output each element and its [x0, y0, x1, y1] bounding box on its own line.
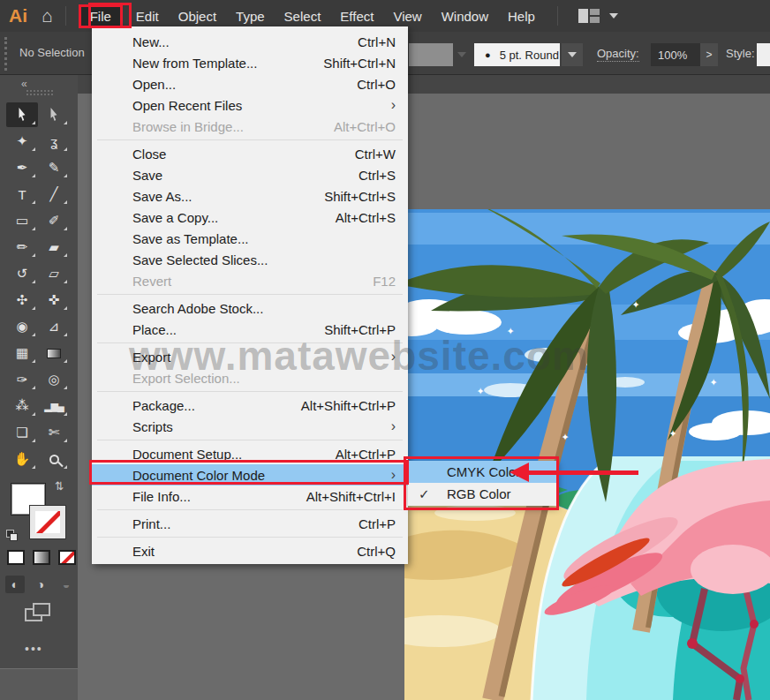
- menu-item-shortcut: Alt+Ctrl+O: [334, 119, 396, 134]
- shaper-tool[interactable]: ✏: [6, 235, 38, 260]
- menubar-item-effect[interactable]: Effect: [332, 5, 381, 27]
- more-options-icon[interactable]: •••: [25, 642, 43, 656]
- menubar-item-type[interactable]: Type: [228, 5, 273, 27]
- brush-dropdown-button[interactable]: [562, 43, 583, 66]
- collapse-panel-icon[interactable]: «: [21, 78, 27, 90]
- swap-fill-stroke-icon[interactable]: ⇄: [53, 481, 66, 491]
- lasso-tool[interactable]: ʓ: [38, 129, 70, 154]
- none-button[interactable]: [58, 550, 76, 565]
- rectangle-tool[interactable]: ▭: [6, 208, 38, 233]
- chevron-down-icon[interactable]: [609, 13, 618, 19]
- menu-item-save-as[interactable]: Save As...Shift+Ctrl+S: [92, 185, 408, 207]
- menu-item-print[interactable]: Print...Ctrl+P: [92, 513, 408, 534]
- menu-item-open-recent-files[interactable]: Open Recent Files›: [92, 94, 408, 116]
- curvature-tool[interactable]: ✎: [38, 155, 70, 180]
- direct-selection-tool[interactable]: [38, 102, 70, 127]
- stroke-color-swatch[interactable]: [409, 43, 453, 66]
- submenu-item-rgb-color[interactable]: ✓RGB Color: [408, 483, 556, 505]
- eraser-tool[interactable]: ▰: [38, 235, 70, 260]
- menu-item-document-setup[interactable]: Document Setup...Alt+Ctrl+P: [92, 443, 408, 464]
- menu-item-new[interactable]: New...Ctrl+N: [92, 31, 408, 52]
- shape-builder-tool[interactable]: ◉: [6, 314, 38, 339]
- submenu-item-cmyk-color[interactable]: CMYK Color: [408, 461, 556, 483]
- mesh-tool[interactable]: ▦: [6, 341, 38, 365]
- opacity-stepper[interactable]: >: [700, 43, 718, 66]
- menu-item-file-info[interactable]: File Info...Alt+Shift+Ctrl+I: [92, 485, 408, 507]
- style-swatch[interactable]: [757, 43, 770, 66]
- graph-tool[interactable]: ▂▆▄: [38, 394, 70, 418]
- home-icon[interactable]: ⌂: [38, 5, 65, 26]
- divider: [65, 6, 66, 26]
- menubar-item-select[interactable]: Select: [276, 5, 329, 27]
- workspace-switcher-icon[interactable]: [578, 8, 601, 24]
- menu-item-scripts[interactable]: Scripts›: [92, 416, 408, 437]
- menu-item-shortcut: Alt+Shift+Ctrl+I: [306, 489, 396, 504]
- drawing-mode-3-icon[interactable]: ◒: [57, 576, 76, 593]
- hand-tool[interactable]: ✋: [6, 447, 38, 471]
- menu-item-new-from-template[interactable]: New from Template...Shift+Ctrl+N: [92, 52, 408, 73]
- menubar-item-view[interactable]: View: [385, 5, 429, 27]
- free-transform-tool[interactable]: ▱: [38, 261, 70, 286]
- magic-wand-tool[interactable]: ✦: [6, 129, 38, 154]
- slice-tool-icon: ✄: [49, 425, 60, 440]
- width-tool[interactable]: ✣: [6, 288, 38, 312]
- menu-item-save[interactable]: SaveCtrl+S: [92, 164, 408, 185]
- menubar-item-file[interactable]: File: [79, 4, 123, 28]
- artboard-tool-icon: ❏: [16, 425, 27, 440]
- menu-item-save-as-template[interactable]: Save as Template...: [92, 228, 408, 249]
- slice-tool[interactable]: ✄: [38, 420, 70, 445]
- drawing-mode-1-icon[interactable]: ◐: [5, 576, 25, 593]
- menubar-item-edit[interactable]: Edit: [128, 5, 167, 27]
- menu-item-open[interactable]: Open...Ctrl+O: [92, 73, 408, 94]
- menu-item-close[interactable]: CloseCtrl+W: [92, 143, 408, 164]
- opacity-link[interactable]: Opacity:: [597, 47, 639, 62]
- menu-item-save-selected-slices[interactable]: Save Selected Slices...: [92, 249, 408, 270]
- brush-definition-dropdown[interactable]: ● 5 pt. Round: [474, 43, 560, 66]
- chevron-down-icon[interactable]: [457, 52, 466, 57]
- perspective-grid-tool[interactable]: ⊿: [38, 314, 70, 339]
- menu-item-document-color-mode[interactable]: Document Color Mode›: [92, 464, 408, 485]
- opacity-input[interactable]: 100%: [651, 43, 700, 66]
- change-screen-mode-icon[interactable]: [25, 603, 51, 624]
- pen-tool[interactable]: ✒: [6, 155, 38, 180]
- none-slash-icon: [34, 506, 65, 538]
- gradient-button[interactable]: [33, 550, 50, 565]
- symbol-sprayer-tool[interactable]: ⁂: [6, 394, 38, 418]
- menu-item-shortcut: Alt+Ctrl+S: [336, 210, 396, 225]
- color-button[interactable]: [7, 550, 25, 565]
- menu-item-label: Save As...: [132, 189, 192, 204]
- panel-grip[interactable]: [4, 37, 7, 71]
- menu-item-search-adobe-stock[interactable]: Search Adobe Stock...: [92, 297, 408, 319]
- selection-status-label: No Selection: [19, 46, 85, 59]
- menubar-item-window[interactable]: Window: [434, 5, 496, 27]
- artboard-canvas[interactable]: ✦✦✦ ✦✦✦: [404, 209, 770, 700]
- menubar-item-object[interactable]: Object: [170, 5, 224, 27]
- menu-item-label: Save Selected Slices...: [132, 252, 268, 267]
- svg-text:✦: ✦: [709, 377, 717, 388]
- default-fill-stroke-icon[interactable]: [6, 530, 19, 542]
- paintbrush-tool-icon: ✐: [49, 213, 60, 229]
- stroke-color-swatch[interactable]: [30, 506, 65, 538]
- menu-item-save-a-copy[interactable]: Save a Copy...Alt+Ctrl+S: [92, 207, 408, 228]
- selection-tool[interactable]: [6, 102, 38, 127]
- eyedropper-tool[interactable]: ✑: [6, 367, 38, 392]
- panel-grip[interactable]: [26, 90, 53, 95]
- blend-tool[interactable]: ◎: [38, 367, 70, 392]
- puppet-warp-tool-icon: ✜: [49, 292, 60, 308]
- menubar-item-help[interactable]: Help: [500, 5, 543, 27]
- line-segment-tool[interactable]: ╱: [38, 182, 70, 207]
- type-tool[interactable]: T: [6, 182, 38, 207]
- drawing-mode-2-icon[interactable]: ◑: [31, 576, 50, 593]
- gradient-tool[interactable]: [38, 341, 70, 365]
- rotate-tool[interactable]: ↺: [6, 261, 38, 286]
- puppet-warp-tool[interactable]: ✜: [38, 288, 70, 312]
- svg-text:✦: ✦: [631, 299, 639, 311]
- paintbrush-tool[interactable]: ✐: [38, 208, 70, 233]
- menu-item-exit[interactable]: ExitCtrl+Q: [92, 540, 408, 561]
- artboard-tool[interactable]: ❏: [6, 420, 38, 445]
- menu-item-label: Browse in Bridge...: [132, 119, 244, 134]
- menu-item-label: Document Color Mode: [132, 468, 265, 483]
- zoom-tool[interactable]: [38, 447, 70, 471]
- shaper-tool-icon: ✏: [17, 239, 28, 255]
- menu-item-package[interactable]: Package...Alt+Shift+Ctrl+P: [92, 395, 408, 416]
